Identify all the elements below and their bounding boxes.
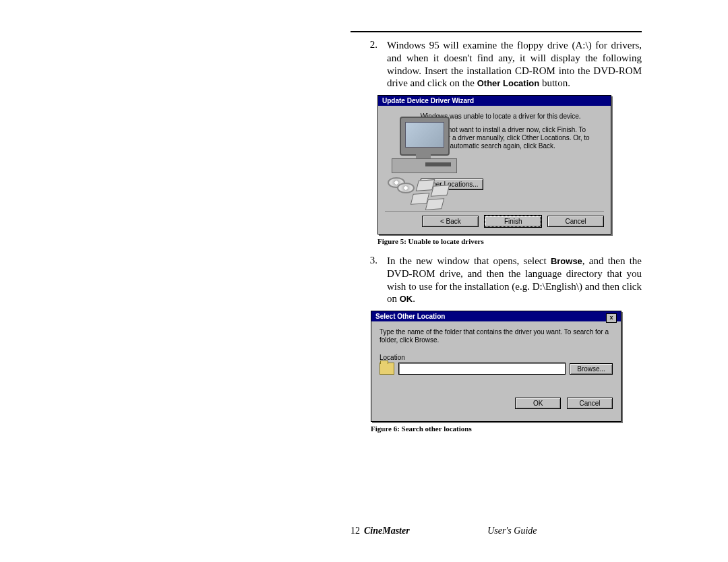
- step-3-number: 3.: [351, 255, 387, 305]
- page-footer: 12 CineMaster User's Guide: [351, 526, 642, 536]
- dialog1-titlebar: Update Device Driver Wizard: [378, 96, 611, 106]
- close-icon[interactable]: x: [606, 313, 617, 323]
- monitor-icon: [400, 117, 450, 156]
- finish-button[interactable]: Finish: [485, 216, 541, 227]
- back-button[interactable]: < Back: [422, 216, 479, 227]
- step-3-bold-1: Browse: [551, 256, 582, 266]
- dialog2-title: Select Other Location: [375, 313, 445, 320]
- dialog-update-driver-wizard: Update Device Driver Wizard Windows was …: [377, 95, 611, 235]
- figure-6-caption: Figure 6: Search other locations: [371, 425, 642, 433]
- guide-label: User's Guide: [383, 526, 642, 536]
- location-label: Location: [380, 354, 613, 361]
- browse-button[interactable]: Browse...: [570, 363, 613, 375]
- step-2-bold: Other Location: [477, 78, 539, 88]
- page-content: 2. Windows 95 will examine the floppy dr…: [351, 31, 642, 442]
- step-3: 3. In the new window that opens, select …: [351, 255, 642, 305]
- dialog-select-other-location: Select Other Location x Type the name of…: [371, 311, 621, 422]
- step-3-text-c: .: [413, 293, 415, 304]
- figure-5-caption: Figure 5: Unable to locate drivers: [377, 237, 642, 245]
- floppy-icon: [431, 185, 450, 197]
- folder-icon: [380, 363, 394, 375]
- dialog2-msg: Type the name of the folder that contain…: [380, 328, 613, 344]
- dialog2-titlebar: Select Other Location x: [371, 311, 621, 321]
- cancel-button[interactable]: Cancel: [547, 216, 604, 227]
- step-2-text: Windows 95 will examine the floppy drive…: [387, 39, 642, 90]
- ok-button[interactable]: OK: [515, 398, 561, 409]
- page-number: 12: [351, 526, 360, 536]
- cd-icon: [397, 183, 415, 193]
- step-2-number: 2.: [351, 39, 387, 90]
- step-3-text: In the new window that opens, select Bro…: [387, 255, 642, 305]
- step-3-text-a: In the new window that opens, select: [387, 255, 551, 266]
- wizard-illustration: [385, 113, 414, 207]
- cancel-button-2[interactable]: Cancel: [567, 398, 613, 409]
- floppy-icon: [425, 198, 445, 210]
- dialog1-button-row: < Back Finish Cancel: [378, 212, 611, 234]
- top-rule: [351, 31, 642, 32]
- step-2-text-b: button.: [539, 77, 570, 88]
- location-input[interactable]: [398, 363, 566, 375]
- step-3-bold-2: OK: [400, 294, 413, 304]
- step-2: 2. Windows 95 will examine the floppy dr…: [351, 39, 642, 90]
